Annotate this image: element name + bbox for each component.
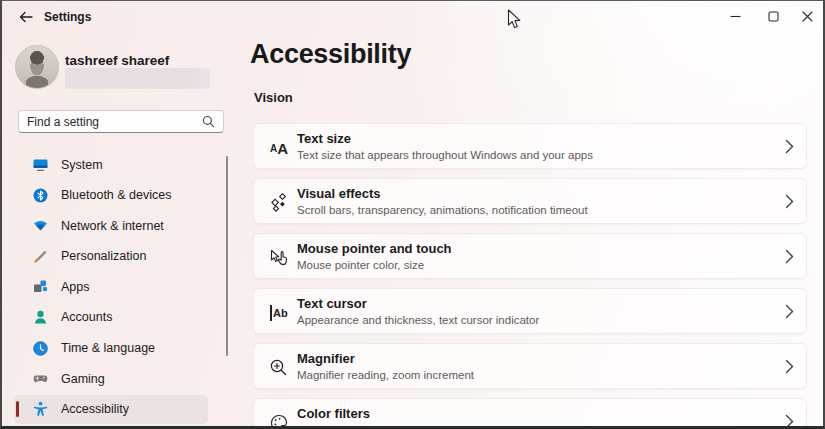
card-magnifier[interactable]: Magnifier Magnifier reading, zoom increm…	[253, 343, 807, 389]
card-title: Text cursor	[297, 296, 367, 311]
card-subtitle: Magnifier reading, zoom increment	[297, 369, 474, 381]
apps-icon	[32, 278, 49, 295]
search-icon	[202, 115, 215, 128]
card-title: Text size	[297, 131, 351, 146]
search-box[interactable]	[18, 110, 224, 133]
minimize-button[interactable]	[721, 5, 749, 27]
search-input[interactable]	[27, 115, 202, 129]
bluetooth-icon	[32, 187, 49, 204]
sidebar-item-label: System	[61, 158, 103, 172]
visual-effects-icon	[267, 191, 291, 215]
user-avatar[interactable]	[15, 45, 59, 89]
back-button[interactable]	[16, 8, 36, 26]
card-title: Magnifier	[297, 351, 355, 366]
close-icon	[802, 11, 813, 22]
sidebar-item-label: Personalization	[61, 249, 146, 263]
section-label-vision: Vision	[254, 90, 293, 105]
sidebar-item-label: Gaming	[61, 372, 105, 386]
card-subtitle: Scroll bars, transparency, animations, n…	[297, 204, 588, 216]
card-subtitle: Appearance and thickness, text cursor in…	[297, 314, 539, 326]
card-title: Color filters	[297, 406, 370, 421]
personalization-icon	[32, 248, 49, 265]
sidebar-item-system[interactable]: System	[14, 150, 208, 179]
user-email-redacted	[65, 68, 210, 89]
sidebar-item-label: Apps	[61, 280, 90, 294]
chevron-right-icon	[785, 414, 794, 429]
back-arrow-icon	[19, 11, 33, 23]
mouse-cursor	[507, 9, 522, 30]
sidebar-item-label: Accounts	[61, 310, 112, 324]
sidebar-item-network[interactable]: Network & internet	[14, 211, 208, 240]
card-text-size[interactable]: AA Text size Text size that appears thro…	[253, 123, 807, 169]
gaming-icon	[32, 370, 49, 387]
card-visual-effects[interactable]: Visual effects Scroll bars, transparency…	[253, 178, 807, 224]
magnifier-icon	[267, 356, 291, 380]
sidebar-item-personalization[interactable]: Personalization	[14, 242, 208, 271]
settings-window: { "titlebar": { "title": "Settings" }, "…	[0, 0, 825, 429]
card-mouse-pointer-touch[interactable]: Mouse pointer and touch Mouse pointer co…	[253, 233, 807, 279]
close-button[interactable]	[793, 5, 821, 27]
accounts-icon	[32, 309, 49, 326]
sidebar-nav: System Bluetooth & devices Network & int…	[14, 150, 208, 425]
page-title: Accessibility	[250, 39, 411, 70]
maximize-icon	[768, 11, 779, 22]
sidebar-item-time-language[interactable]: Time & language	[14, 334, 208, 363]
text-size-icon: AA	[267, 136, 291, 160]
card-subtitle: Colorblindness filters, grayscale, inver…	[297, 424, 507, 429]
settings-card-list: AA Text size Text size that appears thro…	[253, 123, 807, 429]
text-cursor-icon: Ab	[267, 301, 291, 325]
card-title: Mouse pointer and touch	[297, 241, 452, 256]
chevron-right-icon	[785, 359, 794, 374]
card-subtitle: Text size that appears throughout Window…	[297, 149, 593, 161]
chevron-right-icon	[785, 139, 794, 154]
color-filters-icon	[267, 411, 291, 429]
sidebar: tashreef shareef System	[2, 31, 234, 426]
maximize-button[interactable]	[759, 5, 787, 27]
mouse-pointer-touch-icon	[267, 246, 291, 270]
network-icon	[32, 217, 49, 234]
chevron-right-icon	[785, 304, 794, 319]
chevron-right-icon	[785, 249, 794, 264]
window-title: Settings	[44, 10, 91, 24]
sidebar-item-accessibility[interactable]: Accessibility	[14, 395, 208, 424]
minimize-icon	[730, 11, 741, 22]
user-name: tashreef shareef	[65, 53, 169, 68]
sidebar-item-label: Network & internet	[61, 219, 164, 233]
card-color-filters[interactable]: Color filters Colorblindness filters, gr…	[253, 398, 807, 429]
card-text-cursor[interactable]: Ab Text cursor Appearance and thickness,…	[253, 288, 807, 334]
sidebar-item-label: Accessibility	[61, 402, 129, 416]
titlebar: Settings	[2, 1, 823, 31]
sidebar-item-apps[interactable]: Apps	[14, 272, 208, 301]
sidebar-item-label: Bluetooth & devices	[61, 188, 172, 202]
sidebar-item-gaming[interactable]: Gaming	[14, 364, 208, 393]
card-title: Visual effects	[297, 186, 381, 201]
sidebar-item-bluetooth[interactable]: Bluetooth & devices	[14, 181, 208, 210]
accessibility-icon	[32, 401, 49, 418]
system-icon	[32, 156, 49, 173]
time-language-icon	[32, 340, 49, 357]
sidebar-item-label: Time & language	[61, 341, 155, 355]
sidebar-scrollbar[interactable]	[226, 156, 228, 356]
chevron-right-icon	[785, 194, 794, 209]
card-subtitle: Mouse pointer color, size	[297, 259, 424, 271]
main-content: Accessibility Vision AA Text size Text s…	[234, 31, 823, 426]
sidebar-item-accounts[interactable]: Accounts	[14, 303, 208, 332]
